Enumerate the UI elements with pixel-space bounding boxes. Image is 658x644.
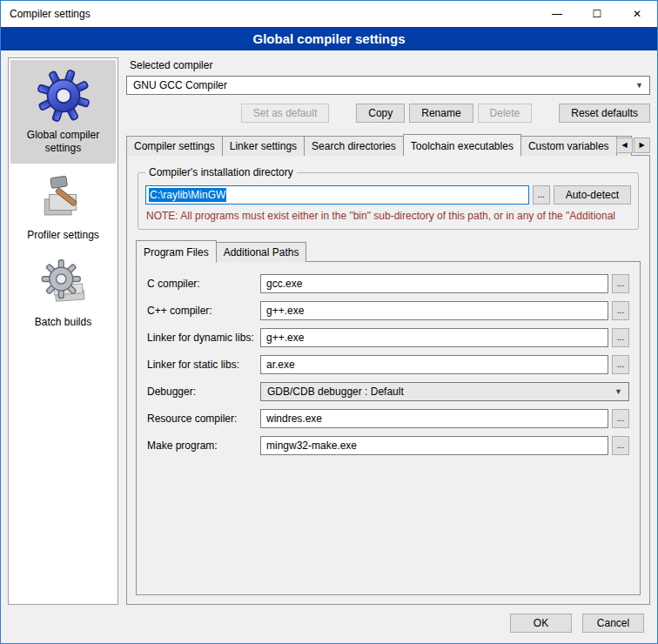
- tab-additional-paths[interactable]: Additional Paths: [216, 242, 307, 262]
- browse-directory-button[interactable]: ...: [533, 185, 550, 205]
- selected-compiler-select[interactable]: GNU GCC Compiler ▼: [126, 76, 650, 95]
- debugger-select[interactable]: GDB/CDB debugger : Default ▼: [260, 382, 629, 401]
- sidebar-item-batch-builds[interactable]: Batch builds: [10, 251, 116, 338]
- sidebar-item-label: Profiler settings: [27, 229, 99, 242]
- installation-directory-input[interactable]: C:\raylib\MinGW: [145, 185, 529, 205]
- blue-gear-icon: [37, 69, 91, 123]
- selected-compiler-label: Selected compiler: [130, 59, 650, 71]
- program-files-panel: C compiler: ... C++ compiler: ... Linker…: [136, 261, 641, 595]
- form-row-debugger: Debugger: GDB/CDB debugger : Default ▼: [147, 382, 629, 401]
- tab-program-files[interactable]: Program Files: [136, 240, 217, 263]
- close-button[interactable]: ✕: [617, 1, 657, 27]
- make-program-input[interactable]: [260, 436, 608, 455]
- field-label: Linker for static libs:: [147, 359, 260, 371]
- toolchain-executables-panel: Compiler's installation directory C:\ray…: [126, 155, 650, 605]
- chevron-down-icon: ▼: [614, 387, 622, 396]
- field-label: C compiler:: [147, 278, 260, 290]
- tab-scroll-left-icon[interactable]: ◀: [616, 138, 633, 153]
- field-label: Resource compiler:: [147, 413, 260, 425]
- titlebar: Compiler settings — ☐ ✕: [1, 1, 657, 27]
- maximize-button[interactable]: ☐: [577, 1, 617, 27]
- browse-button[interactable]: ...: [612, 328, 629, 347]
- cpp-compiler-input[interactable]: [260, 301, 608, 320]
- tab-compiler-settings[interactable]: Compiler settings: [126, 136, 223, 156]
- delete-button[interactable]: Delete: [478, 104, 533, 123]
- reset-defaults-button[interactable]: Reset defaults: [559, 104, 650, 123]
- c-compiler-input[interactable]: [260, 274, 608, 293]
- sidebar-item-label: Global compiler settings: [13, 129, 113, 155]
- batch-builds-gear-icon: [38, 259, 89, 310]
- installation-directory-row: C:\raylib\MinGW ... Auto-detect: [145, 185, 631, 205]
- rename-button[interactable]: Rename: [409, 104, 473, 123]
- copy-button[interactable]: Copy: [356, 104, 405, 123]
- main-panel: Selected compiler GNU GCC Compiler ▼ Set…: [126, 57, 650, 605]
- installation-directory-group-title: Compiler's installation directory: [145, 166, 297, 178]
- compiler-actions: Set as default Copy Rename Delete Reset …: [126, 104, 650, 123]
- field-label: Linker for dynamic libs:: [147, 332, 260, 344]
- installation-directory-group: Compiler's installation directory C:\ray…: [138, 166, 639, 230]
- compiler-settings-window: Compiler settings — ☐ ✕ Global compiler …: [0, 0, 658, 644]
- debugger-value: GDB/CDB debugger : Default: [267, 386, 404, 398]
- sidebar-item-global-compiler-settings[interactable]: Global compiler settings: [10, 60, 116, 164]
- linker-dynamic-input[interactable]: [260, 328, 608, 347]
- sidebar-item-profiler-settings[interactable]: Profiler settings: [10, 164, 116, 251]
- tab-scroll-right-icon[interactable]: ▶: [634, 138, 650, 153]
- chevron-down-icon: ▼: [635, 81, 643, 90]
- auto-detect-button[interactable]: Auto-detect: [554, 185, 631, 205]
- browse-button[interactable]: ...: [612, 436, 629, 455]
- dialog-body: Global compiler settings Profiler settin…: [1, 50, 657, 608]
- cancel-button[interactable]: Cancel: [582, 614, 644, 633]
- window-title: Compiler settings: [10, 8, 91, 20]
- bin-subdirectory-note: NOTE: All programs must exist either in …: [146, 210, 630, 222]
- field-label: C++ compiler:: [147, 305, 260, 317]
- form-row-make-program: Make program: ...: [147, 436, 629, 455]
- form-row-linker-dynamic: Linker for dynamic libs: ...: [147, 328, 629, 347]
- tab-toolchain-executables[interactable]: Toolchain executables: [403, 134, 521, 157]
- tab-search-directories[interactable]: Search directories: [304, 136, 404, 156]
- set-as-default-button[interactable]: Set as default: [241, 104, 329, 123]
- form-row-cpp-compiler: C++ compiler: ...: [147, 301, 629, 320]
- tab-scroll-controls: ◀ ▶: [616, 138, 650, 153]
- settings-sidebar: Global compiler settings Profiler settin…: [8, 57, 118, 605]
- profiler-hammer-icon: [38, 172, 89, 223]
- browse-button[interactable]: ...: [612, 274, 629, 293]
- tab-custom-variables[interactable]: Custom variables: [520, 136, 617, 156]
- ok-button[interactable]: OK: [510, 614, 572, 633]
- browse-button[interactable]: ...: [612, 409, 629, 428]
- compiler-tabs: Compiler settings Linker settings Search…: [126, 134, 650, 156]
- program-tabs: Program Files Additional Paths: [136, 240, 641, 262]
- minimize-button[interactable]: —: [537, 1, 577, 27]
- installation-directory-value: C:\raylib\MinGW: [149, 188, 226, 202]
- form-row-c-compiler: C compiler: ...: [147, 274, 629, 293]
- browse-button[interactable]: ...: [612, 301, 629, 320]
- sidebar-item-label: Batch builds: [35, 316, 91, 329]
- resource-compiler-input[interactable]: [260, 409, 608, 428]
- dialog-footer: OK Cancel: [1, 608, 657, 643]
- form-row-resource-compiler: Resource compiler: ...: [147, 409, 629, 428]
- browse-button[interactable]: ...: [612, 355, 629, 374]
- dialog-header-title: Global compiler settings: [1, 27, 657, 50]
- form-row-linker-static: Linker for static libs: ...: [147, 355, 629, 374]
- tab-linker-settings[interactable]: Linker settings: [222, 136, 305, 156]
- field-label: Debugger:: [147, 386, 260, 398]
- linker-static-input[interactable]: [260, 355, 608, 374]
- field-label: Make program:: [147, 439, 260, 452]
- window-controls: — ☐ ✕: [537, 1, 657, 27]
- selected-compiler-value: GNU GCC Compiler: [133, 79, 227, 91]
